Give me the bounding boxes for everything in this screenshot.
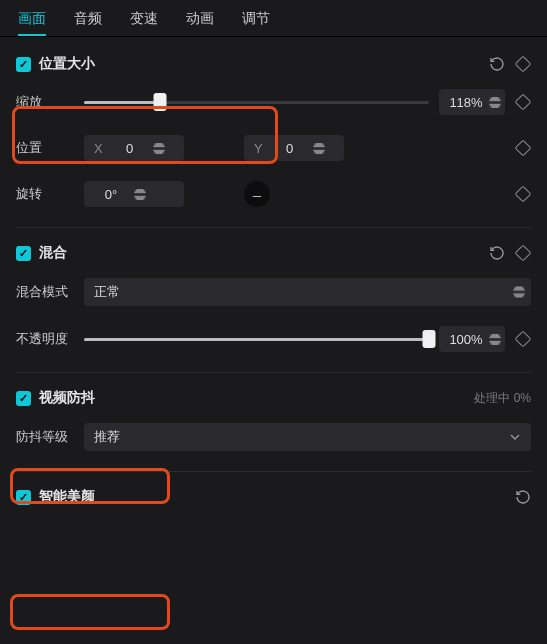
input-position-y[interactable]: Y 0	[244, 135, 344, 161]
keyframe-blend-icon[interactable]	[515, 245, 531, 261]
tab-picture[interactable]: 画面	[18, 10, 46, 36]
section-blend: ✓ 混合	[16, 240, 531, 268]
keyframe-opacity-icon[interactable]	[515, 331, 531, 347]
input-opacity-value[interactable]: 100%	[439, 326, 505, 352]
slider-opacity[interactable]	[84, 330, 429, 348]
highlight-beauty	[10, 594, 170, 630]
stepper-y[interactable]	[313, 143, 325, 154]
input-rotation[interactable]: 0°	[84, 181, 184, 207]
section-beauty: ✓ 智能美颜	[16, 484, 531, 512]
section-stabilize: ✓ 视频防抖 处理中 0%	[16, 385, 531, 413]
keyframe-scale-icon[interactable]	[515, 94, 531, 110]
select-stabilize-level[interactable]: 推荐	[84, 423, 531, 451]
keyframe-rotation-icon[interactable]	[515, 186, 531, 202]
section-title-beauty: 智能美颜	[39, 488, 95, 506]
reset-beauty-icon[interactable]	[515, 489, 531, 505]
label-blend-mode: 混合模式	[16, 283, 74, 301]
reset-blend-icon[interactable]	[489, 245, 505, 261]
label-scale: 缩放	[16, 93, 74, 111]
stepper-scale[interactable]	[489, 97, 501, 108]
label-opacity: 不透明度	[16, 330, 74, 348]
checkbox-stabilize[interactable]: ✓	[16, 391, 31, 406]
stepper-rotation[interactable]	[134, 189, 146, 200]
checkbox-blend[interactable]: ✓	[16, 246, 31, 261]
label-rotation: 旋转	[16, 185, 74, 203]
chevron-down-icon	[507, 429, 523, 445]
stabilize-status: 处理中 0%	[474, 390, 531, 407]
section-position-size: ✓ 位置大小 缩放 118% 位置	[0, 37, 547, 516]
input-position-x[interactable]: X 0	[84, 135, 184, 161]
tab-speed[interactable]: 变速	[130, 10, 158, 28]
tab-adjust[interactable]: 调节	[242, 10, 270, 28]
label-stabilize-level: 防抖等级	[16, 428, 74, 446]
section-title-blend: 混合	[39, 244, 67, 262]
select-blend-mode[interactable]: 正常	[84, 278, 531, 306]
checkbox-position-size[interactable]: ✓	[16, 57, 31, 72]
tab-animation[interactable]: 动画	[186, 10, 214, 28]
section-title-position-size: 位置大小	[39, 55, 95, 73]
keyframe-position-icon[interactable]	[515, 140, 531, 156]
slider-scale[interactable]	[84, 93, 429, 111]
stepper-opacity[interactable]	[489, 334, 501, 345]
checkbox-beauty[interactable]: ✓	[16, 490, 31, 505]
rotation-dial[interactable]: –	[244, 181, 270, 207]
input-scale-value[interactable]: 118%	[439, 89, 505, 115]
stepper-x[interactable]	[153, 143, 165, 154]
reset-icon[interactable]	[489, 56, 505, 72]
top-tabs: 画面 音频 变速 动画 调节	[0, 0, 547, 37]
keyframe-icon[interactable]	[515, 56, 531, 72]
stepper-blend-mode[interactable]	[513, 287, 525, 298]
tab-audio[interactable]: 音频	[74, 10, 102, 28]
section-title-stabilize: 视频防抖	[39, 389, 95, 407]
label-position: 位置	[16, 139, 74, 157]
